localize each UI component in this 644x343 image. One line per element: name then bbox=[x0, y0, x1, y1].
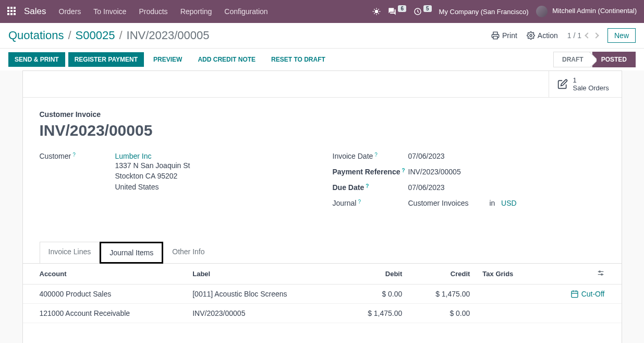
invoice-date-label: Invoice Date bbox=[333, 152, 408, 160]
invoice-date-value: 07/06/2023 bbox=[408, 152, 605, 160]
breadcrumb-current: INV/2023/00005 bbox=[127, 29, 210, 42]
left-fields: Customer Lumber Inc 1337 N San Joaquin S… bbox=[40, 152, 312, 215]
activities-icon[interactable]: 5 bbox=[414, 7, 432, 16]
pager: 1 / 1 bbox=[567, 31, 598, 40]
customer-value: Lumber Inc 1337 N San Joaquin St Stockto… bbox=[115, 152, 312, 192]
company-selector[interactable]: My Company (San Francisco) bbox=[439, 8, 529, 16]
doc-type-label: Customer Invoice bbox=[40, 110, 605, 119]
messages-icon[interactable]: 6 bbox=[388, 7, 406, 16]
journal-in: in bbox=[489, 199, 495, 207]
payment-ref-value: INV/2023/00005 bbox=[408, 168, 605, 176]
breadcrumb-root[interactable]: Quotations bbox=[8, 29, 64, 42]
button-box: 1 Sale Orders bbox=[23, 71, 622, 98]
cell-tax-grids bbox=[476, 304, 539, 323]
addr-street: 1337 N San Joaquin St bbox=[115, 160, 312, 171]
cell-tax-grids bbox=[476, 285, 539, 304]
right-fields: Invoice Date 07/06/2023 Payment Referenc… bbox=[333, 152, 605, 215]
cell-account: 400000 Product Sales bbox=[23, 285, 187, 304]
send-print-button[interactable]: SEND & PRINT bbox=[8, 52, 65, 67]
print-button[interactable]: Print bbox=[491, 31, 517, 40]
breadcrumb: Quotations / S00025 / INV/2023/00005 bbox=[8, 29, 491, 42]
cutoff-label: Cut-Off bbox=[581, 290, 605, 298]
form-sheet: 1 Sale Orders Customer Invoice INV/2023/… bbox=[22, 70, 622, 343]
journal-items-table: Account Label Debit Credit Tax Grids 400… bbox=[23, 264, 622, 343]
reset-draft-button[interactable]: RESET TO DRAFT bbox=[265, 52, 332, 67]
status-bar: DRAFT POSTED bbox=[553, 52, 636, 67]
table-spacer bbox=[23, 323, 622, 344]
doc-title: INV/2023/00005 bbox=[40, 122, 605, 139]
journal-label: Journal bbox=[333, 199, 408, 207]
control-actions: Print Action 1 / 1 New bbox=[491, 28, 636, 43]
cell-debit: $ 0.00 bbox=[341, 285, 408, 304]
action-buttons: SEND & PRINT REGISTER PAYMENT PREVIEW AD… bbox=[8, 52, 553, 67]
th-debit: Debit bbox=[341, 264, 408, 285]
action-button[interactable]: Action bbox=[527, 31, 558, 40]
svg-rect-7 bbox=[572, 291, 578, 298]
stat-text: 1 Sale Orders bbox=[573, 76, 609, 92]
cell-debit: $ 1,475.00 bbox=[341, 304, 408, 323]
table-options-icon[interactable] bbox=[539, 264, 621, 285]
status-posted[interactable]: POSTED bbox=[592, 52, 636, 67]
th-tax-grids: Tax Grids bbox=[476, 264, 539, 285]
messages-badge: 6 bbox=[398, 5, 406, 12]
breadcrumb-sep: / bbox=[68, 29, 71, 42]
nav-menu-configuration[interactable]: Configuration bbox=[224, 7, 268, 16]
nav-menu-orders[interactable]: Orders bbox=[59, 7, 81, 16]
nav-menu-to-invoice[interactable]: To Invoice bbox=[93, 7, 126, 16]
due-date-label: Due Date bbox=[333, 183, 408, 192]
addr-country: United States bbox=[115, 182, 312, 192]
pager-text: 1 / 1 bbox=[567, 31, 581, 40]
cell-account: 121000 Account Receivable bbox=[23, 304, 187, 323]
avatar-icon bbox=[536, 6, 548, 17]
journal-value: Customer Invoices in USD bbox=[408, 199, 605, 207]
cell-label: [0011] Acoustic Bloc Screens bbox=[186, 285, 341, 304]
svg-point-2 bbox=[530, 34, 532, 37]
th-credit: Credit bbox=[408, 264, 476, 285]
table-row[interactable]: 400000 Product Sales [0011] Acoustic Blo… bbox=[23, 285, 622, 304]
debug-icon[interactable] bbox=[372, 7, 381, 16]
preview-button[interactable]: PREVIEW bbox=[147, 52, 188, 67]
th-account: Account bbox=[23, 264, 187, 285]
stat-count: 1 bbox=[573, 76, 609, 84]
nav-brand[interactable]: Sales bbox=[24, 6, 46, 17]
svg-point-6 bbox=[601, 274, 602, 275]
tab-journal-items[interactable]: Journal Items bbox=[100, 242, 163, 264]
cell-credit: $ 0.00 bbox=[408, 304, 476, 323]
nav-menu-reporting[interactable]: Reporting bbox=[180, 7, 212, 16]
breadcrumb-parent[interactable]: S00025 bbox=[76, 29, 115, 42]
table-row[interactable]: 121000 Account Receivable INV/2023/00005… bbox=[23, 304, 622, 323]
print-label: Print bbox=[502, 31, 517, 40]
nav-menu-products[interactable]: Products bbox=[139, 7, 167, 16]
nav-menu: Orders To Invoice Products Reporting Con… bbox=[59, 7, 373, 16]
customer-link[interactable]: Lumber Inc bbox=[115, 152, 152, 160]
control-bar: Quotations / S00025 / INV/2023/00005 Pri… bbox=[0, 23, 644, 49]
due-date-value: 07/06/2023 bbox=[408, 183, 605, 192]
table-header-row: Account Label Debit Credit Tax Grids bbox=[23, 264, 622, 285]
breadcrumb-sep: / bbox=[119, 29, 122, 42]
currency-link[interactable]: USD bbox=[501, 199, 517, 207]
payment-ref-label: Payment Reference bbox=[333, 168, 408, 176]
register-payment-button[interactable]: REGISTER PAYMENT bbox=[68, 52, 144, 67]
add-credit-note-button[interactable]: ADD CREDIT NOTE bbox=[191, 52, 262, 67]
sheet-wrap: 1 Sale Orders Customer Invoice INV/2023/… bbox=[0, 70, 644, 343]
status-draft[interactable]: DRAFT bbox=[553, 52, 592, 67]
user-name: Mitchell Admin (Continental) bbox=[552, 7, 637, 15]
cell-credit: $ 1,475.00 bbox=[408, 285, 476, 304]
new-button[interactable]: New bbox=[607, 28, 636, 43]
customer-label: Customer bbox=[40, 152, 115, 192]
nav-right: 6 5 My Company (San Francisco) Mitchell … bbox=[372, 6, 637, 17]
svg-point-5 bbox=[599, 271, 600, 273]
sale-orders-stat-button[interactable]: 1 Sale Orders bbox=[549, 71, 622, 97]
pager-prev-icon[interactable] bbox=[585, 32, 590, 38]
cutoff-button[interactable]: Cut-Off bbox=[545, 290, 604, 298]
tab-other-info[interactable]: Other Info bbox=[163, 242, 213, 264]
apps-icon[interactable] bbox=[7, 7, 17, 16]
pager-next-icon[interactable] bbox=[593, 32, 599, 38]
action-label: Action bbox=[538, 31, 558, 40]
user-menu[interactable]: Mitchell Admin (Continental) bbox=[536, 6, 637, 17]
action-bar: SEND & PRINT REGISTER PAYMENT PREVIEW AD… bbox=[0, 49, 644, 70]
tab-invoice-lines[interactable]: Invoice Lines bbox=[40, 242, 100, 264]
cell-label: INV/2023/00005 bbox=[186, 304, 341, 323]
top-nav: Sales Orders To Invoice Products Reporti… bbox=[0, 0, 644, 23]
addr-city: Stockton CA 95202 bbox=[115, 171, 312, 181]
